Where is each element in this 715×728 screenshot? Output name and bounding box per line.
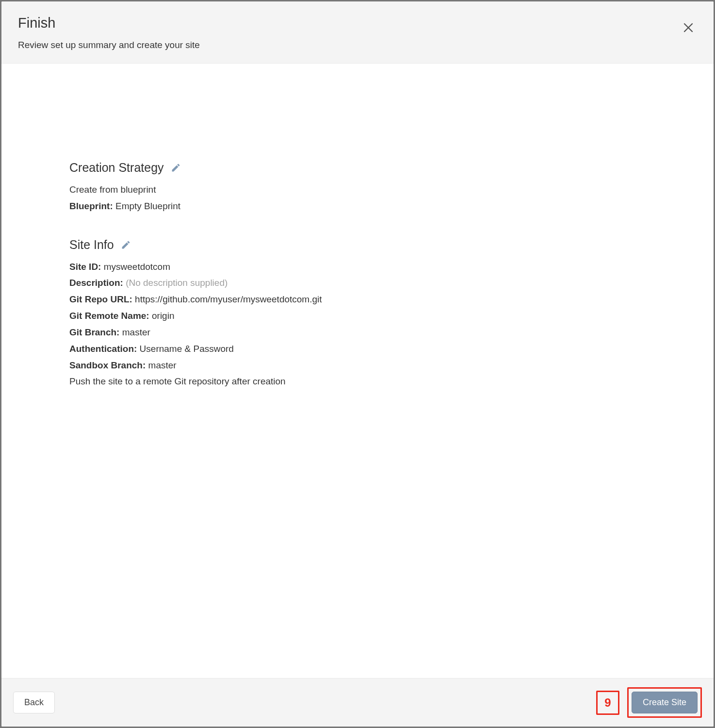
dialog-subtitle: Review set up summary and create your si…: [18, 40, 697, 50]
authentication-value: Username & Password: [140, 344, 234, 354]
close-icon: [682, 22, 694, 36]
description-label: Description:: [69, 278, 123, 288]
site-id-label: Site ID:: [69, 262, 101, 272]
blueprint-label: Blueprint:: [69, 201, 113, 211]
git-remote-name-row: Git Remote Name: origin: [69, 308, 646, 324]
blueprint-value: Empty Blueprint: [115, 201, 180, 211]
push-note: Push the site to a remote Git repository…: [69, 373, 646, 390]
pencil-icon[interactable]: [171, 163, 181, 173]
git-branch-value: master: [122, 327, 150, 337]
section-heading: Creation Strategy: [69, 161, 646, 175]
sandbox-branch-row: Sandbox Branch: master: [69, 357, 646, 374]
creation-strategy-heading: Creation Strategy: [69, 161, 164, 175]
section-heading: Site Info: [69, 238, 646, 252]
git-branch-label: Git Branch:: [69, 327, 119, 337]
site-info-section: Site Info Site ID: mysweetdotcom Descrip…: [69, 238, 646, 390]
create-site-button[interactable]: Create Site: [632, 692, 698, 713]
dialog-header: Finish Review set up summary and create …: [1, 1, 714, 64]
git-remote-name-label: Git Remote Name:: [69, 311, 149, 321]
git-repo-url-row: Git Repo URL: https://github.com/myuser/…: [69, 291, 646, 308]
finish-dialog: Finish Review set up summary and create …: [1, 1, 714, 727]
dialog-footer: Back 9 Create Site: [1, 678, 714, 727]
creation-from-blueprint: Create from blueprint: [69, 182, 646, 198]
description-value: (No description supplied): [126, 278, 228, 288]
annotation-outline-create-site: Create Site: [627, 687, 702, 718]
pencil-icon[interactable]: [121, 240, 131, 250]
authentication-label: Authentication:: [69, 344, 137, 354]
git-repo-url-value: https://github.com/myuser/mysweetdotcom.…: [135, 294, 322, 304]
git-repo-url-label: Git Repo URL:: [69, 294, 132, 304]
sandbox-branch-value: master: [148, 360, 177, 370]
description-row: Description: (No description supplied): [69, 275, 646, 291]
close-button[interactable]: [680, 20, 697, 37]
git-branch-row: Git Branch: master: [69, 324, 646, 341]
git-remote-name-value: origin: [152, 311, 174, 321]
creation-strategy-section: Creation Strategy Create from blueprint …: [69, 161, 646, 215]
site-id-value: mysweetdotcom: [104, 262, 170, 272]
blueprint-row: Blueprint: Empty Blueprint: [69, 198, 646, 215]
sandbox-branch-label: Sandbox Branch:: [69, 360, 146, 370]
site-info-heading: Site Info: [69, 238, 114, 252]
site-id-row: Site ID: mysweetdotcom: [69, 259, 646, 275]
back-button[interactable]: Back: [13, 692, 55, 713]
dialog-body: Creation Strategy Create from blueprint …: [1, 64, 714, 678]
dialog-title: Finish: [18, 15, 697, 31]
authentication-row: Authentication: Username & Password: [69, 341, 646, 357]
footer-right-group: 9 Create Site: [596, 687, 702, 718]
annotation-number-9: 9: [596, 691, 619, 715]
